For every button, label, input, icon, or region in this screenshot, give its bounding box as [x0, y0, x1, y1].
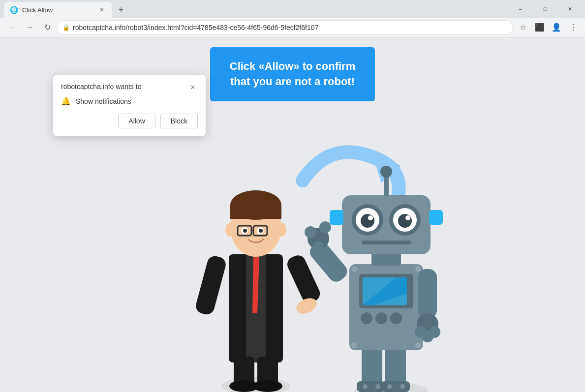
svg-rect-15	[230, 205, 281, 219]
window-controls: – □ ✕	[509, 0, 581, 18]
svg-point-39	[375, 312, 387, 324]
banner-text-line1: Click «Allow» to confirm	[230, 60, 356, 72]
svg-point-44	[415, 342, 421, 348]
svg-rect-57	[384, 176, 389, 196]
block-button[interactable]: Block	[160, 114, 198, 128]
robot-graphic	[305, 166, 443, 392]
cast-button[interactable]: ⬛	[532, 20, 548, 35]
svg-rect-29	[381, 381, 410, 392]
svg-rect-69	[362, 241, 411, 244]
captcha-banner: Click «Allow» to confirm that you are no…	[210, 47, 375, 101]
banner-text-line2: that you are not a robot!	[230, 75, 355, 88]
menu-button[interactable]: ⋮	[565, 20, 581, 35]
browser-window: 🌐 Click Allow ✕ + – □ ✕ ← → ↻ 🔒 ☆ ⬛ 👤 ⋮	[0, 0, 585, 392]
title-bar: 🌐 Click Allow ✕ + – □ ✕	[0, 0, 585, 18]
svg-point-47	[305, 226, 316, 238]
popup-permission-row: 🔔 Show notifications	[61, 96, 198, 106]
permission-text: Show notifications	[76, 97, 131, 105]
svg-point-66	[398, 214, 412, 228]
active-tab[interactable]: 🌐 Click Allow ✕	[4, 2, 112, 18]
svg-point-11	[253, 380, 282, 392]
svg-point-40	[390, 312, 402, 324]
allow-button[interactable]: Allow	[118, 114, 155, 128]
address-input[interactable]	[73, 24, 508, 31]
close-button[interactable]: ✕	[558, 0, 581, 18]
svg-point-42	[415, 266, 421, 272]
popup-header: robotcaptcha.info wants to ×	[61, 83, 198, 92]
svg-point-23	[225, 223, 235, 237]
maximize-button[interactable]: □	[534, 0, 556, 18]
svg-rect-60	[429, 210, 443, 225]
svg-point-32	[387, 384, 392, 389]
page-content: Click «Allow» to confirm that you are no…	[0, 37, 585, 392]
svg-point-43	[351, 342, 357, 348]
person-graphic	[194, 190, 322, 392]
svg-point-67	[368, 215, 373, 220]
svg-point-41	[351, 266, 357, 272]
tab-favicon: 🌐	[10, 6, 18, 14]
svg-point-49	[312, 241, 324, 253]
tab-close-button[interactable]: ✕	[97, 5, 106, 14]
popup-title: robotcaptcha.info wants to	[61, 83, 141, 90]
illustration-container	[121, 97, 465, 392]
svg-point-38	[361, 312, 372, 324]
refresh-button[interactable]: ↻	[39, 20, 55, 35]
bookmark-button[interactable]: ☆	[515, 20, 531, 35]
svg-point-65	[361, 214, 374, 228]
svg-point-68	[405, 215, 410, 220]
svg-rect-59	[330, 210, 343, 225]
popup-buttons: Allow Block	[61, 114, 198, 128]
svg-point-33	[400, 384, 405, 389]
svg-point-21	[243, 229, 247, 233]
svg-point-22	[259, 229, 263, 233]
svg-point-24	[277, 223, 286, 237]
address-bar-container[interactable]: 🔒	[57, 20, 513, 35]
svg-point-30	[363, 384, 368, 389]
tab-title: Click Allow	[22, 6, 93, 14]
nav-actions: ☆ ⬛ 👤 ⋮	[515, 20, 581, 35]
notification-popup: robotcaptcha.info wants to × 🔔 Show noti…	[53, 75, 206, 136]
forward-button[interactable]: →	[22, 20, 37, 35]
tab-bar: 🌐 Click Allow ✕ +	[4, 0, 509, 18]
back-button[interactable]: ←	[4, 20, 20, 35]
svg-rect-50	[418, 269, 437, 318]
svg-point-31	[375, 384, 380, 389]
minimize-button[interactable]: –	[509, 0, 532, 18]
navigation-bar: ← → ↻ 🔒 ☆ ⬛ 👤 ⋮	[0, 18, 585, 37]
svg-rect-5	[194, 254, 227, 316]
bell-icon: 🔔	[61, 96, 71, 106]
svg-rect-28	[357, 381, 385, 392]
security-lock-icon: 🔒	[62, 24, 70, 31]
svg-point-58	[380, 166, 392, 178]
scene-svg	[121, 97, 465, 392]
new-tab-button[interactable]: +	[114, 3, 128, 17]
svg-point-54	[429, 326, 440, 338]
profile-button[interactable]: 👤	[549, 20, 564, 35]
svg-point-48	[319, 221, 331, 233]
popup-close-button[interactable]: ×	[188, 83, 198, 92]
